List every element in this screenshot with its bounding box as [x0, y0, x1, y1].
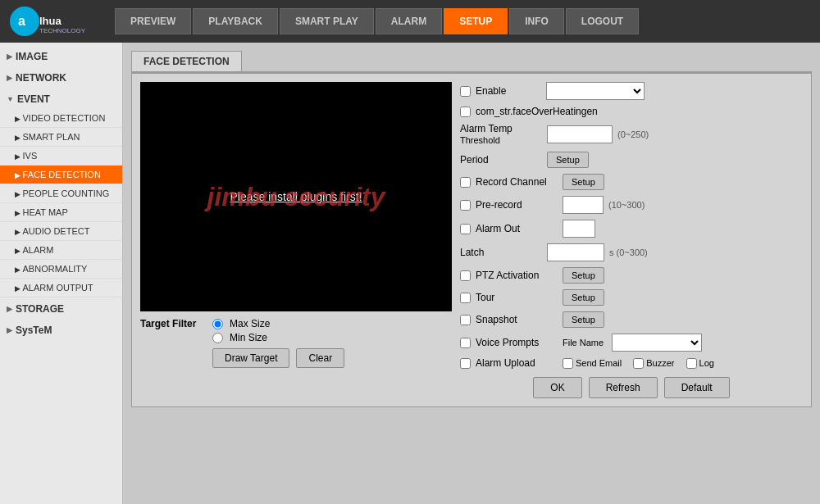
- buzzer-checkbox[interactable]: [633, 358, 644, 369]
- video-message: Please install plugins first!: [230, 190, 362, 203]
- video-box: Please install plugins first! jimbu secu…: [140, 82, 452, 311]
- snapshot-row: Snapshot Setup: [460, 311, 803, 328]
- sidebar-item-heat-map[interactable]: HEAT MAP: [0, 203, 122, 222]
- ptz-activation-row: PTZ Activation Setup: [460, 267, 803, 284]
- log-group: Log: [686, 358, 714, 369]
- sidebar-item-ivs[interactable]: IVS: [0, 147, 122, 166]
- nav-tab-logout[interactable]: LOGOUT: [566, 8, 639, 34]
- max-size-radio[interactable]: [212, 319, 223, 329]
- record-channel-label[interactable]: Record Channel: [476, 176, 558, 188]
- min-size-radio[interactable]: [212, 333, 223, 343]
- pre-record-checkbox[interactable]: [460, 200, 471, 211]
- sidebar-section-network: NETWORK: [0, 68, 122, 88]
- sidebar-item-alarm-output[interactable]: ALARM OUTPUT: [0, 279, 122, 297]
- alarm-out-input[interactable]: [563, 220, 595, 238]
- voice-prompts-label[interactable]: Voice Prompts: [476, 337, 558, 348]
- tour-checkbox[interactable]: [460, 293, 471, 303]
- record-channel-checkbox[interactable]: [460, 177, 471, 188]
- alarm-upload-checkbox[interactable]: [460, 358, 471, 369]
- log-checkbox[interactable]: [686, 358, 697, 369]
- period-row: Period Setup: [460, 152, 803, 168]
- alarm-upload-label[interactable]: Alarm Upload: [476, 357, 558, 369]
- com-str-checkbox[interactable]: [460, 107, 471, 117]
- com-str-row: com_str.faceOverHeatingen: [460, 106, 803, 117]
- tour-row: Tour Setup: [460, 289, 803, 306]
- latch-input[interactable]: [547, 243, 604, 261]
- nav-tab-playback[interactable]: PLAYBACK: [193, 8, 278, 34]
- latch-hint: s (0~300): [609, 247, 648, 257]
- max-size-row: Max Size: [212, 318, 344, 329]
- alarm-out-label[interactable]: Alarm Out: [476, 223, 558, 234]
- sidebar-section-title-storage[interactable]: STORAGE: [0, 299, 122, 319]
- snapshot-label[interactable]: Snapshot: [476, 314, 558, 325]
- sidebar-section-event: EVENT VIDEO DETECTION SMART PLAN IVS FAC…: [0, 89, 122, 297]
- pre-record-hint: (10~300): [608, 200, 645, 210]
- send-email-group: Send Email: [563, 358, 622, 369]
- sidebar-section-title-network[interactable]: NETWORK: [0, 68, 122, 88]
- file-name-label: File Name: [563, 338, 604, 347]
- enable-select[interactable]: [546, 82, 645, 100]
- alarm-upload-row: Alarm Upload Send Email Buzzer Log: [460, 357, 803, 369]
- alarm-temp-label: Alarm Temp Threshold: [460, 123, 542, 146]
- ptz-activation-setup-button[interactable]: Setup: [563, 267, 604, 284]
- voice-prompts-checkbox[interactable]: [460, 338, 471, 348]
- video-panel: Please install plugins first! jimbu secu…: [140, 82, 452, 398]
- sidebar-section-title-image[interactable]: IMAGE: [0, 47, 122, 66]
- ptz-activation-checkbox[interactable]: [460, 270, 471, 281]
- snapshot-setup-button[interactable]: Setup: [563, 311, 604, 328]
- sidebar-section-title-system[interactable]: SysTeM: [0, 320, 122, 340]
- log-label[interactable]: Log: [699, 358, 714, 368]
- sidebar-item-video-detection[interactable]: VIDEO DETECTION: [0, 109, 122, 128]
- send-email-checkbox[interactable]: [563, 358, 573, 369]
- sidebar-section-system: SysTeM: [0, 320, 122, 340]
- pre-record-label[interactable]: Pre-record: [476, 199, 558, 211]
- nav-tab-setup[interactable]: SETUP: [444, 8, 508, 34]
- sidebar-item-face-detection[interactable]: FACE DETECTION: [0, 166, 122, 184]
- buzzer-label[interactable]: Buzzer: [646, 358, 674, 368]
- voice-file-select[interactable]: [612, 334, 702, 352]
- alarm-temp-row: Alarm Temp Threshold (0~250): [460, 123, 803, 146]
- enable-label[interactable]: Enable: [476, 85, 541, 97]
- com-str-label[interactable]: com_str.faceOverHeatingen: [476, 106, 598, 117]
- tour-setup-button[interactable]: Setup: [563, 289, 604, 306]
- sidebar-item-people-counting[interactable]: PEOPLE COUNTING: [0, 184, 122, 203]
- svg-text:lhua: lhua: [39, 15, 61, 27]
- snapshot-checkbox[interactable]: [460, 315, 471, 325]
- latch-label: Latch: [460, 247, 542, 258]
- pre-record-input[interactable]: [563, 196, 604, 214]
- max-size-label[interactable]: Max Size: [230, 318, 270, 329]
- sidebar-section-title-event[interactable]: EVENT: [0, 89, 122, 109]
- alarm-temp-input[interactable]: [547, 125, 613, 143]
- nav-tab-info[interactable]: INFO: [509, 8, 564, 34]
- nav-tab-alarm[interactable]: ALARM: [376, 8, 442, 34]
- sidebar-item-smart-plan[interactable]: SMART PLAN: [0, 128, 122, 147]
- period-label: Period: [460, 154, 542, 166]
- nav-tab-smart-play[interactable]: SMART PLAY: [280, 8, 374, 34]
- ok-button[interactable]: OK: [533, 377, 581, 398]
- nav-tab-preview[interactable]: PREVIEW: [115, 8, 191, 34]
- enable-row: Enable: [460, 82, 803, 100]
- record-channel-setup-button[interactable]: Setup: [563, 174, 604, 190]
- refresh-button[interactable]: Refresh: [589, 377, 658, 398]
- send-email-label[interactable]: Send Email: [576, 358, 622, 368]
- clear-button[interactable]: Clear: [296, 348, 344, 368]
- sidebar-item-abnormality[interactable]: ABNORMALITY: [0, 260, 122, 279]
- min-size-label[interactable]: Min Size: [230, 332, 267, 343]
- settings-panel: Enable com_str.faceOverHeatingen Alarm T…: [460, 82, 803, 398]
- logo: a lhua TECHNOLOGY: [8, 5, 98, 38]
- face-detection-tab[interactable]: FACE DETECTION: [131, 51, 242, 71]
- sidebar-item-audio-detect[interactable]: AUDIO DETECT: [0, 222, 122, 241]
- sidebar-item-alarm[interactable]: ALARM: [0, 241, 122, 260]
- buzzer-group: Buzzer: [633, 358, 674, 369]
- enable-checkbox[interactable]: [460, 86, 471, 97]
- draw-target-button[interactable]: Draw Target: [212, 348, 289, 368]
- content-tab-bar: FACE DETECTION: [131, 51, 812, 73]
- alarm-out-row: Alarm Out: [460, 220, 803, 238]
- default-button[interactable]: Default: [664, 377, 730, 398]
- main-layout: IMAGE NETWORK EVENT VIDEO DETECTION SMAR…: [0, 43, 820, 504]
- ptz-activation-label[interactable]: PTZ Activation: [476, 270, 558, 281]
- tour-label[interactable]: Tour: [476, 292, 558, 303]
- period-setup-button[interactable]: Setup: [547, 152, 589, 168]
- alarm-out-checkbox[interactable]: [460, 224, 471, 234]
- content-body: Please install plugins first! jimbu secu…: [131, 73, 812, 407]
